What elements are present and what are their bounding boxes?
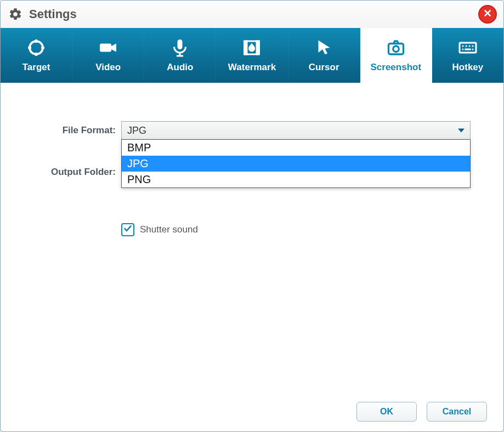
- video-icon: [98, 38, 118, 58]
- shutter-sound-label: Shutter sound: [140, 224, 198, 235]
- file-format-row: File Format: JPG BMP JPG PNG: [33, 121, 471, 140]
- tab-label: Cursor: [309, 62, 339, 73]
- tab-watermark[interactable]: Watermark: [216, 28, 288, 83]
- svg-rect-4: [245, 41, 247, 54]
- tab-label: Watermark: [228, 62, 276, 73]
- close-button[interactable]: [478, 5, 497, 24]
- svg-rect-8: [460, 43, 476, 53]
- microphone-icon: [170, 38, 190, 58]
- title-bar: Settings: [1, 1, 503, 28]
- tab-target[interactable]: Target: [1, 28, 72, 83]
- tab-strip: Target Video Audio Watermark Cursor: [1, 28, 503, 83]
- gear-icon: [8, 7, 22, 21]
- tab-label: Audio: [167, 62, 193, 73]
- shutter-sound-row: Shutter sound: [121, 223, 471, 236]
- file-format-option-jpg[interactable]: JPG: [122, 156, 470, 172]
- tab-label: Target: [22, 62, 50, 73]
- cancel-button-label: Cancel: [443, 407, 471, 417]
- svg-rect-1: [100, 44, 111, 52]
- ok-button-label: OK: [380, 407, 393, 417]
- ok-button[interactable]: OK: [356, 402, 417, 422]
- svg-point-7: [393, 46, 399, 52]
- file-format-option-bmp[interactable]: BMP: [122, 140, 470, 156]
- tab-label: Hotkey: [452, 62, 484, 73]
- watermark-icon: [242, 38, 262, 58]
- file-format-combo[interactable]: JPG: [121, 121, 471, 140]
- target-icon: [26, 38, 46, 58]
- tab-video[interactable]: Video: [72, 28, 144, 83]
- close-icon: [483, 8, 492, 20]
- output-folder-label: Output Folder:: [33, 167, 121, 178]
- camera-icon: [386, 38, 406, 58]
- file-format-option-png[interactable]: PNG: [122, 172, 470, 187]
- content-area: File Format: JPG BMP JPG PNG Output Fold…: [1, 83, 503, 392]
- chevron-down-icon: [458, 125, 465, 137]
- keyboard-icon: [458, 38, 478, 58]
- tab-cursor[interactable]: Cursor: [288, 28, 360, 83]
- tab-screenshot[interactable]: Screenshot: [360, 28, 432, 83]
- tab-label: Screenshot: [370, 62, 421, 73]
- footer: OK Cancel: [1, 392, 503, 431]
- file-format-label: File Format:: [33, 125, 121, 136]
- tab-audio[interactable]: Audio: [144, 28, 216, 83]
- svg-point-0: [30, 41, 43, 54]
- cursor-icon: [314, 38, 334, 58]
- check-icon: [123, 224, 132, 235]
- tab-hotkey[interactable]: Hotkey: [432, 28, 503, 83]
- shutter-sound-checkbox[interactable]: [121, 223, 134, 236]
- svg-rect-2: [178, 39, 183, 49]
- settings-window: Settings Target Video Audio: [0, 0, 504, 432]
- window-title: Settings: [29, 7, 77, 21]
- file-format-dropdown: BMP JPG PNG: [121, 139, 471, 188]
- tab-label: Video: [95, 62, 121, 73]
- file-format-value: JPG: [127, 125, 146, 137]
- cancel-button[interactable]: Cancel: [427, 402, 487, 422]
- svg-rect-5: [257, 41, 259, 54]
